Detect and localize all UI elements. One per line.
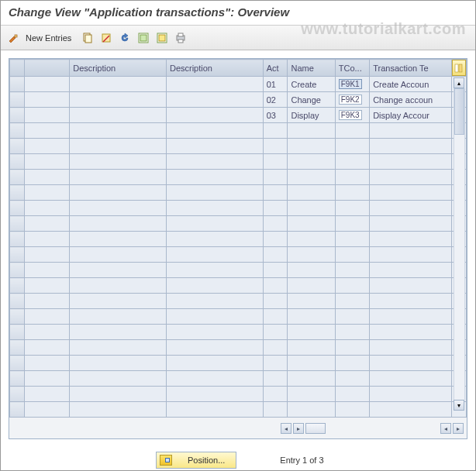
cell-description-2[interactable] bbox=[166, 340, 263, 356]
table-row-empty[interactable] bbox=[10, 387, 467, 402]
cell-act[interactable] bbox=[263, 247, 288, 263]
cell-blank[interactable] bbox=[25, 356, 70, 371]
cell-name[interactable] bbox=[288, 309, 335, 325]
cell-name[interactable] bbox=[288, 154, 335, 170]
cell-blank[interactable] bbox=[25, 77, 70, 92]
table-row-empty[interactable] bbox=[10, 123, 467, 139]
cell-name[interactable] bbox=[288, 278, 335, 294]
scroll-track[interactable] bbox=[454, 88, 465, 400]
cell-act[interactable] bbox=[263, 263, 288, 278]
cell-name[interactable] bbox=[288, 170, 335, 185]
cell-transaction-text[interactable] bbox=[370, 340, 452, 356]
cell-name[interactable]: Display bbox=[288, 108, 335, 123]
table-row-empty[interactable] bbox=[10, 247, 467, 263]
vertical-scrollbar[interactable]: ▴ ▾ bbox=[454, 77, 465, 411]
cell-description-2[interactable] bbox=[166, 77, 263, 92]
cell-tcode[interactable] bbox=[335, 340, 369, 356]
row-selector[interactable] bbox=[10, 123, 25, 139]
column-header-description-2[interactable]: Description bbox=[166, 60, 263, 77]
cell-description-2[interactable] bbox=[166, 123, 263, 139]
cell-name[interactable] bbox=[288, 387, 335, 402]
cell-blank[interactable] bbox=[25, 216, 70, 232]
cell-act[interactable] bbox=[263, 402, 288, 418]
cell-name[interactable] bbox=[288, 356, 335, 371]
cell-description-2[interactable] bbox=[166, 371, 263, 387]
cell-description-1[interactable] bbox=[70, 325, 167, 340]
cell-blank[interactable] bbox=[25, 185, 70, 201]
cell-act[interactable] bbox=[263, 139, 288, 154]
delete-icon[interactable] bbox=[99, 31, 113, 45]
cell-act[interactable] bbox=[263, 340, 288, 356]
row-selector[interactable] bbox=[10, 278, 25, 294]
cell-blank[interactable] bbox=[25, 402, 70, 418]
cell-tcode[interactable] bbox=[335, 185, 369, 201]
row-selector[interactable] bbox=[10, 309, 25, 325]
row-selector[interactable] bbox=[10, 340, 25, 356]
row-selector[interactable] bbox=[10, 201, 25, 216]
table-row-empty[interactable] bbox=[10, 278, 467, 294]
table-row-empty[interactable] bbox=[10, 232, 467, 247]
position-button[interactable]: Position... bbox=[156, 452, 236, 469]
cell-act[interactable] bbox=[263, 185, 288, 201]
cell-act[interactable] bbox=[263, 123, 288, 139]
cell-transaction-text[interactable] bbox=[370, 294, 452, 309]
scroll-left-button-2[interactable]: ◂ bbox=[440, 423, 451, 434]
cell-act[interactable] bbox=[263, 201, 288, 216]
cell-name[interactable]: Change bbox=[288, 92, 335, 108]
cell-description-2[interactable] bbox=[166, 232, 263, 247]
cell-blank[interactable] bbox=[25, 340, 70, 356]
cell-description-1[interactable] bbox=[70, 356, 167, 371]
cell-act[interactable]: 01 bbox=[263, 77, 288, 92]
cell-transaction-text[interactable]: Display Accour bbox=[370, 108, 452, 123]
table-row-empty[interactable] bbox=[10, 216, 467, 232]
cell-transaction-text[interactable] bbox=[370, 185, 452, 201]
cell-description-2[interactable] bbox=[166, 263, 263, 278]
row-selector[interactable] bbox=[10, 154, 25, 170]
table-settings-button[interactable] bbox=[451, 60, 466, 77]
cell-transaction-text[interactable] bbox=[370, 356, 452, 371]
table-row-empty[interactable] bbox=[10, 263, 467, 278]
cell-transaction-text[interactable] bbox=[370, 387, 452, 402]
column-header-tcode[interactable]: TCo... bbox=[335, 60, 369, 77]
cell-tcode[interactable] bbox=[335, 123, 369, 139]
row-selector[interactable] bbox=[10, 92, 25, 108]
cell-act[interactable] bbox=[263, 387, 288, 402]
row-selector[interactable] bbox=[10, 108, 25, 123]
row-selector[interactable] bbox=[10, 325, 25, 340]
cell-tcode[interactable] bbox=[335, 154, 369, 170]
print-icon[interactable] bbox=[174, 31, 188, 45]
row-selector[interactable] bbox=[10, 77, 25, 92]
cell-description-1[interactable] bbox=[70, 92, 167, 108]
cell-blank[interactable] bbox=[25, 123, 70, 139]
cell-tcode[interactable] bbox=[335, 139, 369, 154]
cell-description-1[interactable] bbox=[70, 232, 167, 247]
table-row-empty[interactable] bbox=[10, 356, 467, 371]
row-selector[interactable] bbox=[10, 371, 25, 387]
cell-description-1[interactable] bbox=[70, 139, 167, 154]
cell-description-2[interactable] bbox=[166, 92, 263, 108]
cell-act[interactable] bbox=[263, 309, 288, 325]
tcode-value[interactable]: F9K2 bbox=[339, 95, 362, 105]
cell-name[interactable] bbox=[288, 294, 335, 309]
cell-blank[interactable] bbox=[25, 309, 70, 325]
cell-act[interactable] bbox=[263, 232, 288, 247]
toggle-change-icon[interactable] bbox=[7, 31, 21, 45]
cell-transaction-text[interactable] bbox=[370, 263, 452, 278]
cell-name[interactable]: Create bbox=[288, 77, 335, 92]
row-selector[interactable] bbox=[10, 232, 25, 247]
cell-tcode[interactable]: F9K1 bbox=[335, 77, 369, 92]
cell-tcode[interactable]: F9K2 bbox=[335, 92, 369, 108]
cell-description-1[interactable] bbox=[70, 294, 167, 309]
row-selector[interactable] bbox=[10, 139, 25, 154]
cell-tcode[interactable] bbox=[335, 309, 369, 325]
cell-description-2[interactable] bbox=[166, 201, 263, 216]
cell-description-2[interactable] bbox=[166, 387, 263, 402]
cell-description-2[interactable] bbox=[166, 216, 263, 232]
cell-act[interactable] bbox=[263, 278, 288, 294]
scroll-right-button[interactable]: ▸ bbox=[293, 423, 304, 434]
table-row-empty[interactable] bbox=[10, 371, 467, 387]
table-row-empty[interactable] bbox=[10, 201, 467, 216]
table-row-empty[interactable] bbox=[10, 402, 467, 418]
cell-transaction-text[interactable] bbox=[370, 201, 452, 216]
row-selector[interactable] bbox=[10, 170, 25, 185]
